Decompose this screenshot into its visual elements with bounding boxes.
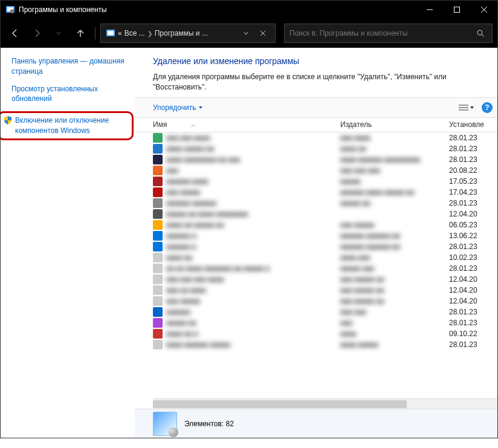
program-icon	[153, 242, 163, 252]
view-button[interactable]	[459, 104, 474, 111]
column-name[interactable]: Имя ︿	[153, 120, 340, 129]
search-box[interactable]	[284, 24, 493, 43]
table-row[interactable]: ■■■■ ■■ ■■■■■ ■■■■■ ■■■■■06.05.23	[153, 219, 497, 230]
table-row[interactable]: ■■■■■■ ■■■■■■■ ■■■■■■ ■■13.06.22	[153, 230, 497, 241]
table-row[interactable]: ■■ ■■ ■■■■ ■■■■■■■ ■■ ■■■■■ ■■■■■■ ■■■28…	[153, 263, 497, 274]
program-name: ■■■■■■ ■■■■■■	[166, 200, 340, 207]
program-publisher: ■■■■	[340, 330, 449, 337]
program-icon	[153, 264, 163, 273]
program-icon	[153, 274, 163, 284]
program-icon	[153, 231, 163, 241]
statusbar: Элементов: 82	[135, 409, 497, 438]
program-name: ■■■■ ■■■■■■ ■■■■■	[166, 341, 340, 348]
dropdown-icon[interactable]	[239, 26, 253, 41]
table-row[interactable]: ■■■■■■ ■■■ ■■■20.08.22	[153, 165, 497, 176]
program-publisher: ■■■■ ■■■	[340, 254, 449, 261]
table-row[interactable]: ■■■■ ■■■■■■ ■■■■■■■■■ ■■■■■28.01.23	[153, 339, 497, 350]
table-row[interactable]: ■■■■ ■■■■■ ■■■■■■ ■■28.01.23	[153, 143, 497, 154]
program-date: 28.01.23	[449, 242, 477, 251]
table-row[interactable]: ■■■■■ ■■ ■■■■ ■■■■■■■■12.04.20	[153, 209, 497, 219]
table-row[interactable]: ■■■■■■ ■■■■■■■■■17.05.23	[153, 176, 497, 187]
navbar: « Все ... ❯ Программы и ...	[1, 19, 497, 48]
horizontal-scrollbar[interactable]	[153, 398, 497, 409]
forward-button[interactable]	[27, 24, 47, 43]
program-publisher: ■■■ ■■■ ■■■	[340, 167, 449, 174]
program-publisher: ■■■■■■ ■■■■■■ ■■	[340, 243, 449, 250]
bc-seg1[interactable]: Все ...	[124, 29, 145, 37]
chevron-right-icon[interactable]: ❯	[147, 30, 152, 37]
bc-seg2[interactable]: Программы и ...	[155, 29, 208, 37]
table-row[interactable]: ■■■ ■■ ■■■■■■■ ■■■■■ ■■12.04.20	[153, 285, 497, 296]
sidebar: Панель управления — домашняя страница Пр…	[1, 48, 135, 438]
location-icon	[106, 28, 115, 38]
program-name: ■■■ ■■■■■	[166, 297, 340, 305]
program-name: ■■■■ ■■■■■ ■■	[166, 145, 340, 152]
table-row[interactable]: ■■■■■■■■■ ■■■28.01.23	[153, 307, 497, 317]
recent-dropdown[interactable]	[49, 24, 68, 43]
scrollbar-thumb[interactable]	[153, 400, 407, 408]
program-icon	[153, 177, 163, 186]
table-row[interactable]: ■■■■ ■■ ■■■■■09.10.22	[153, 328, 497, 339]
svg-rect-8	[108, 31, 114, 35]
program-publisher: ■■■■■■ ■■■■ ■■■■■ ■■	[340, 189, 449, 196]
program-date: 28.01.23	[449, 264, 477, 273]
column-installed[interactable]: Установле	[449, 120, 497, 129]
close-button[interactable]	[470, 1, 497, 19]
up-button[interactable]	[71, 24, 90, 43]
program-date: 10.02.23	[449, 253, 477, 262]
program-date: 17.05.23	[449, 177, 477, 186]
clear-icon[interactable]	[256, 26, 270, 41]
sidebar-home-link[interactable]: Панель управления — домашняя страница	[11, 56, 129, 77]
program-name: ■■■■ ■■ ■■■■■ ■■	[166, 221, 340, 229]
back-button[interactable]	[5, 24, 25, 43]
column-publisher[interactable]: Издатель	[340, 120, 449, 129]
program-icon	[153, 187, 163, 197]
toolbar: Упорядочить ?	[135, 97, 497, 118]
program-publisher: ■■■■■ ■■■	[340, 265, 449, 272]
window: Программы и компоненты « Все ... ❯ Прогр…	[0, 0, 498, 438]
sidebar-updates-link[interactable]: Просмотр установленных обновлений	[11, 84, 129, 105]
program-name: ■■■■■■ ■	[166, 232, 340, 239]
program-list[interactable]: ■■■ ■■■ ■■■■■■■ ■■■■28.01.23■■■■ ■■■■■ ■…	[135, 132, 497, 398]
program-date: 28.01.23	[449, 308, 477, 316]
search-icon[interactable]	[474, 29, 487, 37]
program-publisher: ■■■ ■■■■■ ■■	[340, 287, 449, 294]
program-name: ■■■■ ■■■■■■■■ ■■ ■■■	[166, 156, 340, 163]
table-row[interactable]: ■■■■■■ ■■■■■■■ ■■■■■■ ■■28.01.23	[153, 241, 497, 252]
program-icon	[153, 209, 163, 219]
page-title: Удаление или изменение программы	[153, 56, 485, 66]
program-name: ■■■■ ■■ ■	[166, 330, 340, 337]
program-name: ■■■■■■ ■■■■	[166, 178, 340, 185]
minimize-button[interactable]	[416, 1, 443, 19]
status-label: Элементов:	[184, 420, 224, 428]
table-row[interactable]: ■■■ ■■■ ■■■ ■■■■■■■ ■■■■■ ■■12.04.20	[153, 274, 497, 285]
program-icon	[153, 166, 163, 175]
table-row[interactable]: ■■■ ■■■ ■■■■■■■ ■■■■28.01.23	[153, 132, 497, 143]
program-publisher: ■■■■■	[340, 178, 449, 185]
table-row[interactable]: ■■■■■■ ■■■■■■■■■■■ ■■28.01.23	[153, 198, 497, 209]
program-publisher: ■■■■ ■■■■■■ ■■■■■■■■■	[340, 156, 449, 163]
program-name: ■■■ ■■ ■■■■	[166, 287, 340, 294]
table-row[interactable]: ■■■ ■■■■■■■■■■■ ■■■■ ■■■■■ ■■17.04.23	[153, 187, 497, 198]
status-icon	[153, 412, 177, 436]
search-input[interactable]	[289, 29, 474, 37]
sidebar-features-link[interactable]: Включение или отключение компонентов Win…	[1, 111, 134, 140]
program-date: 28.01.23	[449, 134, 477, 142]
program-icon	[153, 307, 163, 317]
table-row[interactable]: ■■■■■ ■■■■■28.01.23	[153, 317, 497, 328]
program-publisher: ■■■ ■■■■■ ■■	[340, 276, 449, 283]
program-date: 28.01.23	[449, 199, 477, 207]
program-date: 28.01.23	[449, 144, 477, 153]
program-date: 12.04.20	[449, 275, 477, 284]
program-date: 28.01.23	[449, 319, 477, 327]
table-row[interactable]: ■■■■ ■■■■■■ ■■■10.02.23	[153, 252, 497, 263]
program-icon	[153, 220, 163, 230]
table-row[interactable]: ■■■ ■■■■■■■■ ■■■■■ ■■12.04.20	[153, 296, 497, 307]
organize-button[interactable]: Упорядочить	[153, 103, 203, 112]
help-button[interactable]: ?	[482, 102, 493, 113]
maximize-button[interactable]	[443, 1, 470, 19]
status-count: 82	[226, 420, 234, 428]
address-bar[interactable]: « Все ... ❯ Программы и ...	[100, 24, 276, 43]
table-row[interactable]: ■■■■ ■■■■■■■■ ■■ ■■■■■■■ ■■■■■■ ■■■■■■■■…	[153, 154, 497, 165]
program-publisher: ■■■	[340, 319, 449, 326]
